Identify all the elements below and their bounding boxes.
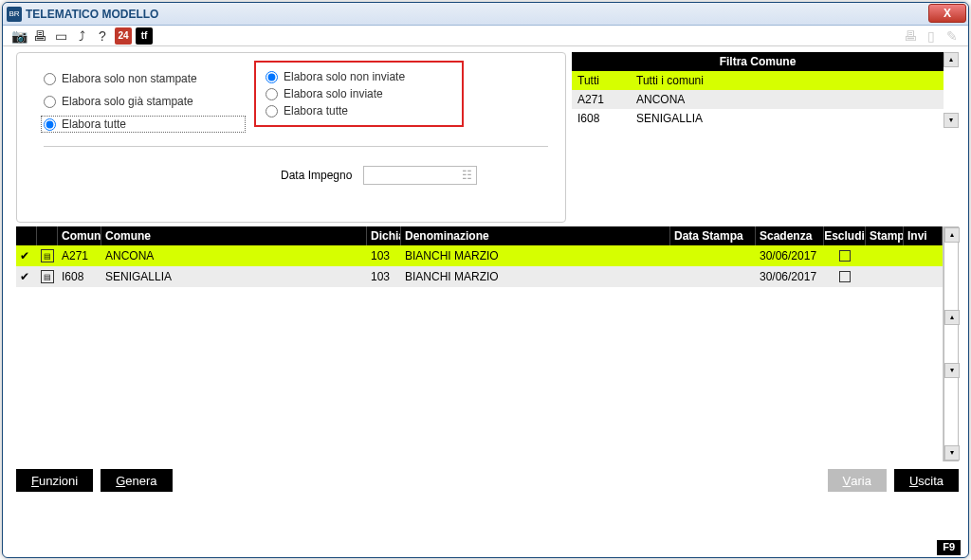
grid-header: Comun Comune Dichia Denominazione Data S…	[16, 226, 943, 245]
detail-icon[interactable]: ▤	[41, 270, 54, 283]
col-comun: Comun	[58, 226, 101, 245]
close-button[interactable]: X	[928, 4, 966, 23]
filtro-code: I608	[572, 112, 636, 125]
cell-denom: BIANCHI MARZIO	[401, 245, 670, 266]
help-icon[interactable]: ?	[94, 27, 111, 45]
radio-solo-inviate[interactable]: Elabora solo inviate	[266, 85, 405, 102]
radio-label: Elabora solo già stampate	[62, 95, 193, 108]
filtro-name: Tutti i comuni	[636, 74, 944, 87]
btn-label: scita	[918, 474, 944, 488]
highlight-box: Elabora solo non inviate Elabora solo in…	[254, 61, 464, 127]
filtro-name: SENIGALLIA	[636, 112, 944, 125]
filtro-header: Filtra Comune	[572, 52, 944, 71]
radio-non-inviate[interactable]: Elabora solo non inviate	[266, 68, 405, 85]
app-window: BR TELEMATICO MODELLO X 📷 🖶 ▭ ⤴ ? 24 tf …	[2, 2, 969, 558]
scroll-down-icon[interactable]: ▾	[944, 113, 959, 128]
radio-label: Elabora tutte	[62, 117, 126, 131]
data-impegno-label: Data Impegno	[281, 169, 352, 182]
options-panel: Elabora solo non stampate Elabora solo g…	[16, 52, 566, 223]
grid-scrollbar[interactable]: ▴ ▴ ▾ ▾	[944, 226, 959, 461]
radio-label: Elabora tutte	[284, 104, 348, 117]
camera-icon[interactable]: 📷	[10, 27, 27, 45]
check-icon	[20, 270, 33, 283]
app-icon: BR	[7, 7, 22, 22]
scroll-down-icon[interactable]: ▾	[944, 445, 960, 461]
filtro-panel: Filtra Comune Tutti Tutti i comuni A271 …	[572, 52, 959, 223]
col-invi: Invi	[904, 226, 943, 245]
window-title: TELEMATICO MODELLO	[26, 8, 158, 21]
cell-code: I608	[58, 266, 101, 287]
col-stamp: Stamp	[866, 226, 904, 245]
varia-button: Varia	[828, 469, 887, 492]
genera-button[interactable]: Genera	[101, 469, 172, 492]
col-escludi: Escludi	[824, 226, 866, 245]
col-scadenza: Scadenza	[756, 226, 824, 245]
badge-tf-icon[interactable]: tf	[136, 27, 153, 45]
radio-non-stampate[interactable]: Elabora solo non stampate	[44, 70, 243, 87]
radio-tutte-inviate[interactable]: Elabora tutte	[266, 102, 405, 119]
cell-code: A271	[58, 245, 101, 266]
btn-label: enera	[125, 474, 156, 488]
open-icon[interactable]: ▭	[52, 27, 69, 45]
scroll-top-icon[interactable]: ▴	[944, 310, 960, 325]
radio-label: Elabora solo non inviate	[284, 70, 405, 83]
scroll-up-icon[interactable]: ▴	[944, 52, 959, 67]
cell-scadenza: 30/06/2017	[756, 245, 824, 266]
calendar-icon[interactable]: ☷	[462, 169, 472, 182]
escludi-checkbox[interactable]	[839, 271, 851, 282]
cell-denom: BIANCHI MARZIO	[401, 266, 670, 287]
upload-icon[interactable]: ⤴	[73, 27, 90, 45]
doc-disabled-icon: 🖶	[902, 27, 919, 45]
cell-comune: SENIGALLIA	[101, 266, 367, 287]
col-denom: Denominazione	[401, 226, 670, 245]
print-icon[interactable]: 🖶	[31, 27, 48, 45]
footer: Funzioni Genera Varia Uscita	[16, 469, 959, 492]
filtro-name: ANCONA	[636, 93, 944, 106]
escludi-checkbox[interactable]	[839, 250, 851, 262]
col-dichia: Dichia	[367, 226, 401, 245]
table-row[interactable]: ▤ A271 ANCONA 103 BIANCHI MARZIO 30/06/2…	[16, 245, 943, 266]
radio-gia-stampate[interactable]: Elabora solo già stampate	[44, 93, 243, 110]
radio-label: Elabora solo inviate	[284, 87, 383, 100]
cell-data-stampa	[670, 266, 756, 287]
cell-dich: 103	[367, 266, 401, 287]
radio-tutte-stampate[interactable]: Elabora tutte	[41, 116, 246, 133]
cell-data-stampa	[670, 245, 756, 266]
filtro-row[interactable]: Tutti Tutti i comuni	[572, 71, 944, 90]
cell-dich: 103	[367, 245, 401, 266]
edit-disabled-icon: ✎	[944, 27, 961, 45]
page-disabled-icon: ▯	[923, 27, 940, 45]
scroll-bottom-icon[interactable]: ▾	[944, 363, 960, 378]
titlebar: BR TELEMATICO MODELLO X	[3, 3, 968, 26]
main-grid: Comun Comune Dichia Denominazione Data S…	[16, 226, 944, 461]
f9-indicator: F9	[937, 540, 961, 555]
btn-label: aria	[851, 474, 871, 488]
radio-label: Elabora solo non stampate	[62, 72, 197, 85]
detail-icon[interactable]: ▤	[41, 249, 54, 262]
filtro-code: A271	[572, 93, 636, 106]
funzioni-button[interactable]: Funzioni	[16, 469, 93, 492]
filtro-code: Tutti	[572, 74, 636, 87]
filtro-scrollbar[interactable]: ▴ ▾	[944, 52, 959, 128]
filtro-row[interactable]: I608 SENIGALLIA	[572, 109, 944, 128]
filtro-row[interactable]: A271 ANCONA	[572, 90, 944, 109]
toolbar: 📷 🖶 ▭ ⤴ ? 24 tf 🖶 ▯ ✎	[3, 26, 968, 46]
cell-comune: ANCONA	[101, 245, 367, 266]
table-row[interactable]: ▤ I608 SENIGALLIA 103 BIANCHI MARZIO 30/…	[16, 266, 943, 287]
btn-label: unzioni	[39, 474, 78, 488]
scroll-up-icon[interactable]: ▴	[944, 227, 960, 243]
col-data-stampa: Data Stampa	[670, 226, 756, 245]
check-icon	[20, 249, 33, 262]
col-comune: Comune	[101, 226, 367, 245]
cell-scadenza: 30/06/2017	[756, 266, 824, 287]
data-impegno-input[interactable]: ☷	[363, 166, 477, 185]
content-area: Elabora solo non stampate Elabora solo g…	[3, 46, 968, 538]
statusbar: F9	[3, 538, 968, 557]
badge-24-icon[interactable]: 24	[115, 27, 132, 45]
uscita-button[interactable]: Uscita	[894, 469, 959, 492]
